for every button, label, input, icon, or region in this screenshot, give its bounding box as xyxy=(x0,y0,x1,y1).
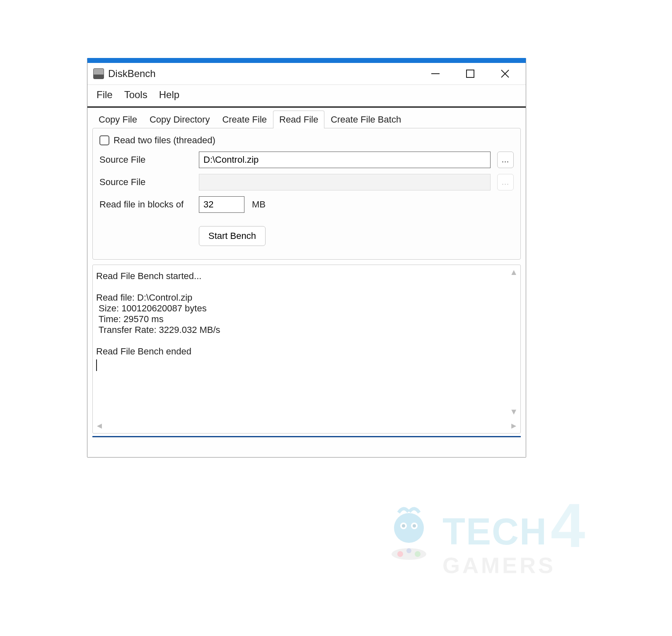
maximize-icon xyxy=(466,69,475,78)
tab-create-file-batch[interactable]: Create File Batch xyxy=(324,111,407,128)
source-file-1-label: Source File xyxy=(99,154,199,165)
source-file-2-input xyxy=(199,174,491,190)
text-caret xyxy=(96,359,97,371)
log-line: Read File Bench ended xyxy=(96,346,191,357)
minimize-button[interactable] xyxy=(428,66,443,81)
browse-source-2-button: ... xyxy=(497,174,514,190)
menu-help[interactable]: Help xyxy=(159,89,179,101)
tab-copy-directory[interactable]: Copy Directory xyxy=(143,111,216,128)
scroll-left-icon: ◄ xyxy=(95,421,104,431)
scroll-down-button[interactable]: ▼ xyxy=(510,407,518,417)
browse-source-1-button[interactable]: ... xyxy=(497,152,514,168)
block-size-unit: MB xyxy=(252,199,266,210)
close-icon xyxy=(500,69,510,79)
watermark-four: 4 xyxy=(551,494,585,556)
ellipsis-icon: ... xyxy=(502,156,509,164)
log-line: Read file: D:\Control.zip xyxy=(96,292,192,303)
svg-point-7 xyxy=(402,524,405,528)
app-window: DiskBench File Tools Help Copy File Copy… xyxy=(87,58,526,458)
window-controls xyxy=(428,66,522,81)
blocks-label: Read file in blocks of xyxy=(99,199,199,210)
watermark-logo: TECH4 GAMERS xyxy=(382,497,647,571)
log-line: Transfer Rate: 3229.032 MB/s xyxy=(96,325,220,335)
svg-point-8 xyxy=(413,524,416,528)
log-line: Read File Bench started... xyxy=(96,271,201,281)
block-size-input[interactable] xyxy=(199,196,244,213)
close-button[interactable] xyxy=(498,66,512,81)
window-title: DiskBench xyxy=(108,68,428,80)
horizontal-scrollbar[interactable]: ◄ ► xyxy=(95,421,518,431)
watermark-tech: TECH xyxy=(442,511,547,552)
log-line: Time: 29570 ms xyxy=(96,314,164,324)
mascot-icon xyxy=(382,505,436,563)
minimize-icon xyxy=(430,68,441,79)
menubar: File Tools Help xyxy=(87,85,526,108)
tab-create-file[interactable]: Create File xyxy=(216,111,273,128)
source-file-2-label: Source File xyxy=(99,177,199,188)
svg-point-12 xyxy=(406,548,411,553)
svg-point-10 xyxy=(397,551,403,557)
output-area: Read File Bench started... Read file: D:… xyxy=(92,265,521,434)
svg-point-4 xyxy=(394,513,424,543)
output-log[interactable]: Read File Bench started... Read file: D:… xyxy=(93,265,520,414)
log-line: Size: 100120620087 bytes xyxy=(96,303,207,313)
threaded-checkbox[interactable] xyxy=(99,135,109,145)
ellipsis-icon: ... xyxy=(502,178,509,187)
menu-file[interactable]: File xyxy=(97,89,113,101)
app-icon xyxy=(93,68,104,79)
read-file-panel: Read two files (threaded) Source File ..… xyxy=(92,128,521,260)
svg-rect-1 xyxy=(467,70,474,77)
tab-copy-file[interactable]: Copy File xyxy=(92,111,143,128)
tabstrip: Copy File Copy Directory Create File Rea… xyxy=(87,108,526,128)
scroll-up-button[interactable]: ▲ xyxy=(510,267,518,277)
maximize-button[interactable] xyxy=(463,66,478,81)
scroll-right-icon: ► xyxy=(510,421,518,431)
threaded-checkbox-label: Read two files (threaded) xyxy=(114,135,215,146)
tab-read-file[interactable]: Read File xyxy=(273,111,324,128)
start-bench-button[interactable]: Start Bench xyxy=(199,226,266,246)
source-file-1-input[interactable] xyxy=(199,152,491,168)
svg-point-11 xyxy=(415,551,421,557)
menu-tools[interactable]: Tools xyxy=(124,89,147,101)
titlebar: DiskBench xyxy=(87,63,526,85)
